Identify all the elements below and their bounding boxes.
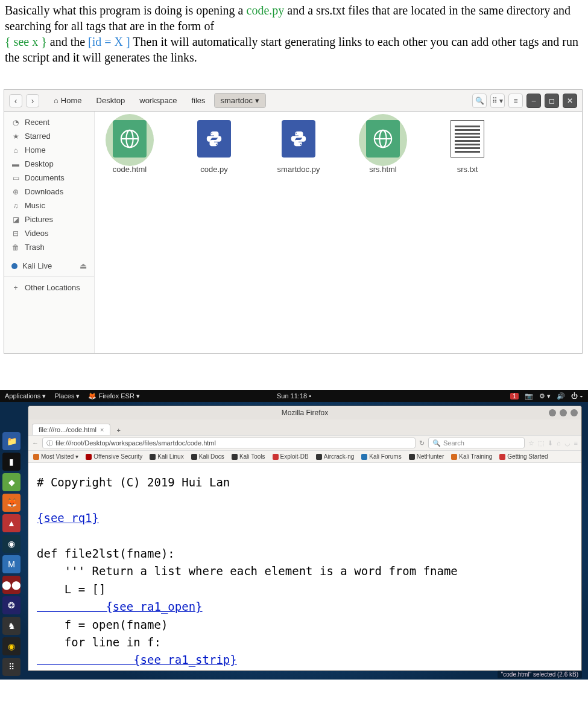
dock-m-icon[interactable]: M xyxy=(2,555,21,573)
bm-nethunter[interactable]: NetHunter xyxy=(409,453,444,460)
sidebar-recent[interactable]: ◔Recent xyxy=(4,115,94,129)
search-input[interactable]: 🔍 Search xyxy=(428,438,525,448)
nav-back-icon[interactable]: ← xyxy=(32,439,39,447)
bm-kali-forums[interactable]: Kali Forums xyxy=(361,453,401,460)
dock-app2-icon[interactable]: ▲ xyxy=(2,514,21,532)
sidebar-documents[interactable]: ▭Documents xyxy=(4,171,94,185)
link-see-rq1[interactable]: {see rq1} xyxy=(37,511,99,524)
crumb-desktop[interactable]: Desktop xyxy=(90,94,131,107)
volume-icon[interactable]: 🔊 xyxy=(557,392,565,400)
sidebar-home[interactable]: ⌂Home xyxy=(4,143,94,157)
code-line: def file2lst(fname): xyxy=(37,547,175,560)
file-label: smartdoc.py xyxy=(268,165,329,174)
crumb-workspace[interactable]: workspace xyxy=(133,94,183,107)
window-min-button[interactable]: – xyxy=(526,94,541,108)
code-line: # Copyright (C) 2019 Hui Lan xyxy=(37,476,230,489)
firefox-tab[interactable]: file:///ro.../code.html× xyxy=(32,424,110,435)
dock-grid-icon[interactable]: ⠿ xyxy=(2,658,21,676)
file-manager-window: ‹ › Home Desktop workspace files smartdo… xyxy=(4,89,583,354)
file-code-py[interactable]: code.py xyxy=(184,120,244,174)
disk-icon xyxy=(11,263,17,269)
code-line: for line in f: xyxy=(37,635,161,649)
ff-menu-icon[interactable]: ≡ xyxy=(574,439,578,447)
view-mode-button[interactable]: ⠿ ▾ xyxy=(490,94,505,108)
nav-forward-button[interactable]: › xyxy=(26,94,39,107)
sidebar-pictures[interactable]: ◪Pictures xyxy=(4,212,94,226)
sidebar-downloads[interactable]: ⊕Downloads xyxy=(4,185,94,199)
power-icon[interactable]: ⏻ ▾ xyxy=(571,392,583,400)
dock: 📁 ▮ ◆ 🦊 ▲ ◉ M ⬤⬤ ❂ ♞ ◉ ⠿ xyxy=(2,432,21,676)
ff-max-button[interactable] xyxy=(560,409,567,416)
link-see-ra1-open[interactable]: {see ra1_open} xyxy=(37,600,203,613)
dock-app3-icon[interactable]: ◉ xyxy=(2,535,21,553)
sidebar-starred[interactable]: ★Starred xyxy=(4,129,94,143)
sidebar-kali-live[interactable]: Kali Live⏏ xyxy=(4,259,94,273)
window-max-button[interactable]: ◻ xyxy=(545,94,559,108)
ff-min-button[interactable] xyxy=(549,409,556,416)
bm-aircrack[interactable]: Aircrack-ng xyxy=(316,453,355,460)
window-close-button[interactable]: ✕ xyxy=(563,94,577,108)
menu-places[interactable]: Places ▾ xyxy=(54,392,80,400)
menu-applications[interactable]: Applications ▾ xyxy=(5,392,46,400)
dock-firefox-icon[interactable]: 🦊 xyxy=(2,494,21,512)
download-icon[interactable]: ⬇ xyxy=(548,439,553,447)
firefox-tabstrip: file:///ro.../code.html× + xyxy=(28,419,581,435)
home-icon[interactable]: ⌂ xyxy=(557,439,561,447)
settings-icon[interactable]: ⚙ ▾ xyxy=(539,392,551,400)
bm-offsec[interactable]: Offensive Security xyxy=(86,453,142,460)
crumb-files[interactable]: files xyxy=(185,94,211,107)
desktop-screenshot: Applications ▾ Places ▾ 🦊 Firefox ESR ▾ … xyxy=(0,390,588,680)
tab-close-icon[interactable]: × xyxy=(100,426,104,433)
bm-kali-training[interactable]: Kali Training xyxy=(451,453,492,460)
bookmarks-bar: Most Visited▾ Offensive Security Kali Li… xyxy=(28,451,581,463)
file-label: srs.txt xyxy=(437,165,498,174)
menu-firefox[interactable]: 🦊 Firefox ESR ▾ xyxy=(88,392,139,400)
code-line: ''' Return a list where each element is … xyxy=(37,564,458,578)
dock-app5-icon[interactable]: ❂ xyxy=(2,596,21,614)
sidebar-videos[interactable]: ⊟Videos xyxy=(4,226,94,240)
bm-getting-started[interactable]: Getting Started xyxy=(499,453,548,460)
crumb-smartdoc[interactable]: smartdoc ▾ xyxy=(214,93,266,108)
nav-back-button[interactable]: ‹ xyxy=(9,94,22,107)
bm-kali-linux[interactable]: Kali Linux xyxy=(150,453,183,460)
sidebar-music[interactable]: ♫Music xyxy=(4,199,94,212)
clock: Sun 11:18 • xyxy=(277,392,311,400)
dock-app6-icon[interactable]: ♞ xyxy=(2,617,21,635)
bm-kali-docs[interactable]: Kali Docs xyxy=(191,453,224,460)
file-srs-html[interactable]: srs.html xyxy=(353,120,413,174)
crumb-home[interactable]: Home xyxy=(48,94,88,107)
camera-icon[interactable]: 📷 xyxy=(525,392,533,400)
dock-terminal-icon[interactable]: ▮ xyxy=(2,453,21,471)
menu-button[interactable]: ≡ xyxy=(508,94,523,108)
dock-app4-icon[interactable]: ⬤⬤ xyxy=(2,576,21,594)
bm-most-visited[interactable]: Most Visited▾ xyxy=(33,453,78,460)
sidebar-desktop[interactable]: ▬Desktop xyxy=(4,157,94,171)
file-smartdoc-py[interactable]: smartdoc.py xyxy=(268,120,329,174)
fm-file-grid: code.html code.py smartdoc.py srs.html s… xyxy=(95,112,582,353)
intro-codepy: code.py xyxy=(247,4,285,17)
dock-app7-icon[interactable]: ◉ xyxy=(2,637,21,655)
dock-app-icon[interactable]: ◆ xyxy=(2,473,21,491)
new-tab-button[interactable]: + xyxy=(113,425,124,435)
dock-files-icon[interactable]: 📁 xyxy=(2,432,21,450)
star-icon[interactable]: ☆ xyxy=(528,439,534,447)
file-code-html[interactable]: code.html xyxy=(100,120,160,174)
sidebar-trash[interactable]: 🗑Trash xyxy=(4,240,94,254)
file-srs-txt[interactable]: srs.txt xyxy=(437,120,498,174)
bm-kali-tools[interactable]: Kali Tools xyxy=(232,453,265,460)
python-icon xyxy=(197,120,231,158)
workspace-indicator[interactable]: 1 xyxy=(510,393,519,400)
firefox-urlbar-row: ← ⓘfile:///root/Desktop/workspace/files/… xyxy=(28,435,581,451)
url-input[interactable]: ⓘfile:///root/Desktop/workspace/files/sm… xyxy=(42,438,416,448)
library-icon[interactable]: ⬚ xyxy=(538,439,544,447)
bm-exploit-db[interactable]: Exploit-DB xyxy=(273,453,309,460)
link-see-ra1-strip[interactable]: {see ra1_strip} xyxy=(37,653,237,666)
intro-idx: [id = X ] xyxy=(88,35,130,48)
intro-t1: Basically what this program is doing is … xyxy=(5,4,247,17)
sidebar-other-locations[interactable]: +Other Locations xyxy=(4,276,94,295)
ff-close-button[interactable] xyxy=(571,409,578,416)
pocket-icon[interactable]: ◡ xyxy=(564,439,571,447)
search-button[interactable]: 🔍 xyxy=(472,94,487,108)
eject-icon[interactable]: ⏏ xyxy=(80,261,87,270)
desktop-topbar: Applications ▾ Places ▾ 🦊 Firefox ESR ▾ … xyxy=(0,390,588,402)
